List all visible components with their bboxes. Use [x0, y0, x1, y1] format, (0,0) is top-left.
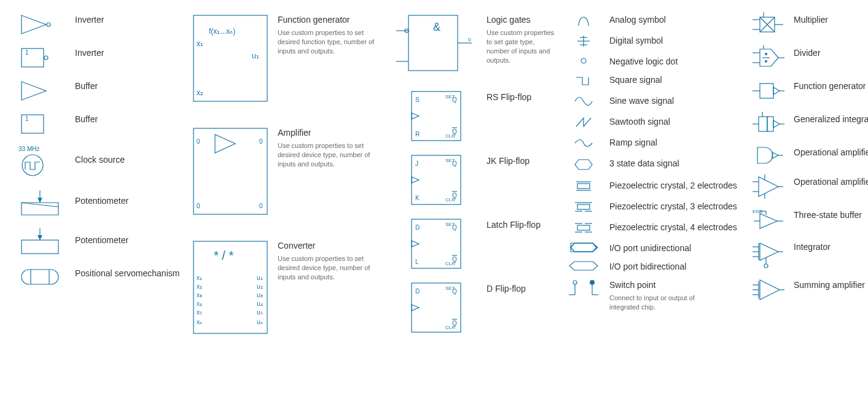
svg-point-108 — [590, 280, 595, 285]
svg-text:L: L — [415, 258, 419, 265]
amplifier-box-icon: 0 0 0 0 — [190, 125, 270, 217]
svg-text:Q: Q — [452, 192, 457, 199]
item-jk-flipflop: JSET Q KCLR Q JK Flip-flop — [393, 152, 559, 208]
svg-marker-0 — [22, 15, 46, 34]
svg-marker-153 — [760, 243, 778, 260]
item-generalized-integrator: Generalized integrator — [749, 112, 868, 136]
svg-marker-54 — [412, 113, 419, 119]
svg-text:x₃: x₃ — [197, 292, 202, 298]
sawtooth-signal-icon — [571, 114, 596, 130]
label: Inverter — [75, 15, 104, 25]
label: Generalized integrator — [794, 114, 868, 124]
potentiometer-arrow-icon — [15, 187, 65, 218]
label: Divider — [794, 48, 821, 58]
digital-symbol-icon — [571, 33, 596, 49]
label: Summing amplifier — [794, 280, 865, 290]
item-potentiometer-1: Potentiometer — [12, 187, 184, 218]
ramp-signal-icon — [571, 135, 596, 151]
svg-text:x₂: x₂ — [197, 283, 202, 290]
label: Potentiometer — [75, 235, 128, 245]
label: Piezoelectric crystal, 2 electrodes — [609, 181, 737, 190]
item-function-generator-small: Function generator — [749, 79, 868, 103]
buffer-box-icon: 1 — [15, 112, 65, 136]
label: Sawtooth signal — [609, 117, 670, 126]
svg-text:Q: Q — [452, 224, 457, 231]
buffer-triangle-icon — [15, 79, 65, 103]
opamp-tri-icon — [751, 174, 785, 199]
function-generator-box-icon: f(x₁...xₙ) x₁ u₁ x₂ — [190, 12, 270, 104]
svg-text:u₁: u₁ — [252, 52, 259, 60]
svg-rect-94 — [577, 204, 590, 209]
gen-integrator-icon — [751, 112, 785, 136]
item-inverter-triangle: Inverter — [12, 12, 184, 37]
svg-marker-161 — [760, 280, 780, 300]
label: 3 state data signal — [609, 158, 679, 168]
multiplier-icon — [751, 12, 785, 37]
svg-point-1 — [47, 23, 50, 26]
item-switch-point: Switch point Connect to input or output … — [565, 278, 743, 312]
svg-text:u₅: u₅ — [257, 309, 263, 316]
item-io-uni: I/O port unidirectional — [565, 241, 743, 254]
item-clock-source: 33 MHz Clock source — [12, 145, 184, 179]
item-buffer-box: 1 Buffer — [12, 112, 184, 136]
svg-text:u₂: u₂ — [257, 283, 263, 290]
svg-rect-15 — [22, 270, 58, 284]
svg-marker-24 — [215, 134, 235, 153]
svg-text:D: D — [415, 224, 420, 231]
threestate-signal-icon — [571, 156, 596, 173]
item-analog-symbol: Analog symbol — [565, 12, 743, 28]
item-io-bi: I/O port bidirectional — [565, 259, 743, 273]
label: Negative logic dot — [609, 56, 678, 66]
label: Switch point — [609, 280, 655, 290]
item-three-state-buffer: ENB Three-state buffer — [749, 208, 868, 231]
piezo-2-icon — [571, 178, 596, 194]
item-digital-symbol: Digital symbol — [565, 33, 743, 49]
piezo-4-icon — [571, 220, 596, 236]
svg-point-3 — [44, 56, 48, 60]
svg-marker-63 — [412, 177, 419, 183]
label: Analog symbol — [609, 15, 666, 25]
col-3: & 0 Logic gates Use custom properties to… — [393, 12, 559, 344]
item-latch-flipflop: DSET Q LCLR Q Latch Flip-flop — [393, 216, 559, 271]
item-servo: Positional servomechanism — [12, 266, 184, 288]
label: Multiplier — [794, 15, 828, 25]
integrator-icon — [751, 239, 785, 269]
square-signal-icon — [571, 72, 596, 88]
col-2: f(x₁...xₙ) x₁ u₁ x₂ Function generator U… — [190, 12, 387, 345]
svg-text:x₄: x₄ — [197, 300, 202, 307]
svg-text:R: R — [415, 131, 420, 138]
svg-marker-90 — [575, 160, 592, 169]
svg-rect-126 — [760, 84, 773, 98]
svg-marker-81 — [412, 305, 419, 311]
svg-text:S: S — [415, 96, 420, 103]
item-summing-amplifier: Summing amplifier — [749, 278, 868, 303]
svg-rect-98 — [577, 225, 590, 230]
desc: Connect to input or output of integrated… — [609, 293, 714, 312]
label: Three-state buffer — [794, 210, 862, 220]
svg-marker-132 — [773, 120, 780, 128]
svg-marker-5 — [22, 82, 46, 100]
svg-rect-130 — [759, 117, 767, 131]
label: Buffer — [75, 81, 98, 91]
svg-marker-104 — [569, 262, 598, 270]
svg-text:Q: Q — [452, 320, 457, 327]
svg-marker-14 — [37, 235, 42, 240]
col-1: Inverter 1 Inverter Buffer 1 Buffer 33 M… — [12, 12, 184, 297]
svg-rect-131 — [767, 117, 773, 131]
summing-amp-icon — [751, 278, 785, 303]
svg-rect-91 — [577, 184, 590, 189]
label: Operational amplifier — [794, 147, 868, 157]
svg-text:* / *: * / * — [214, 249, 233, 262]
svg-point-121 — [765, 60, 767, 63]
item-3state-signal: 3 state data signal — [565, 156, 743, 173]
svg-marker-139 — [759, 177, 778, 196]
svg-text:u₁: u₁ — [257, 274, 263, 281]
svg-text:xₙ: xₙ — [197, 319, 202, 325]
label: Integrator — [794, 242, 831, 252]
label: Logic gates — [487, 15, 531, 25]
label: JK Flip-flop — [487, 156, 530, 166]
inverter-triangle-icon — [15, 12, 65, 37]
svg-text:1: 1 — [25, 49, 29, 56]
item-potentiometer-2: Potentiometer — [12, 227, 184, 257]
svg-text:x₁: x₁ — [197, 39, 203, 48]
